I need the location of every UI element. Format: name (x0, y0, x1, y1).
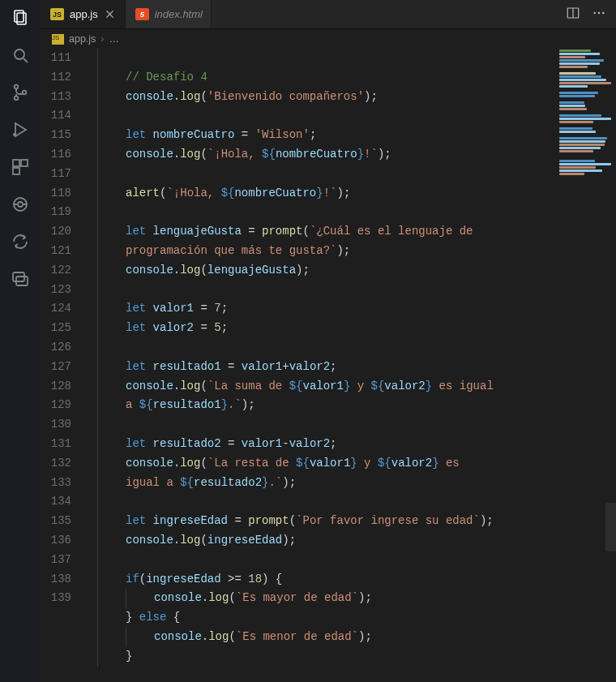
svg-point-4 (15, 85, 19, 89)
scrollbar-thumb[interactable] (605, 503, 616, 551)
code-editor[interactable]: 1111121131141151161171181191201211221231… (41, 49, 616, 682)
split-editor-icon[interactable] (566, 6, 580, 23)
activity-bar (0, 0, 41, 682)
code-line[interactable] (86, 415, 616, 435)
svg-rect-0 (15, 11, 24, 22)
tab-actions (556, 0, 616, 28)
code-line[interactable]: } else { (86, 608, 616, 628)
js-file-icon: JS (50, 8, 64, 20)
code-line[interactable]: let resultado1 = valor1+valor2; (86, 358, 616, 377)
breadcrumb-trail: … (109, 33, 120, 45)
code-line[interactable]: console.log(`Es mayor de edad`); (86, 589, 616, 608)
code-line[interactable]: } (86, 647, 616, 667)
code-line[interactable]: let resultado2 = valor1-valor2; (86, 435, 616, 454)
code-line[interactable] (86, 551, 616, 570)
extensions-icon[interactable] (11, 157, 30, 177)
search-icon[interactable] (11, 45, 30, 65)
js-file-icon: JS (52, 34, 64, 45)
code-line[interactable]: console.log(ingreseEdad); (86, 531, 616, 551)
svg-point-12 (18, 202, 23, 207)
code-line[interactable]: let ingreseEdad = prompt(`Por favor ingr… (86, 512, 616, 531)
code-line[interactable]: console.log('Bienvenido compañeros'); (86, 88, 616, 107)
svg-point-6 (23, 91, 27, 95)
tab-label: index.html (155, 8, 203, 20)
breadcrumb-file: app.js (69, 33, 96, 45)
code-area[interactable]: // Desafio 4 console.log('Bienvenido com… (86, 49, 616, 682)
code-line[interactable]: alert(`¡Hola, ${nombreCuatro}!`); (86, 184, 616, 204)
code-line[interactable] (86, 492, 616, 512)
minimap[interactable] (551, 49, 616, 235)
breadcrumb[interactable]: JS app.js › … (41, 29, 616, 49)
code-line[interactable]: let valor1 = 7; (86, 299, 616, 319)
svg-point-5 (15, 97, 19, 101)
code-line[interactable]: programación que más te gusta?`); (86, 242, 616, 261)
run-debug-icon[interactable] (11, 120, 30, 139)
svg-line-3 (24, 58, 28, 62)
code-line[interactable] (86, 106, 616, 126)
code-line[interactable] (86, 49, 616, 68)
code-line[interactable] (86, 338, 616, 358)
code-line[interactable] (86, 203, 616, 222)
line-gutter: 1111121131141151161171181191201211221231… (41, 49, 86, 682)
html-file-icon: 5 (135, 8, 149, 20)
code-line[interactable]: console.log(`¡Hola, ${nombreCuatro}!`); (86, 145, 616, 165)
gitlens-icon[interactable] (11, 195, 30, 214)
source-control-icon[interactable] (11, 83, 30, 102)
more-icon[interactable] (592, 6, 606, 23)
svg-rect-10 (13, 168, 19, 174)
svg-rect-9 (21, 160, 28, 166)
code-line[interactable]: let lenguajeGusta = prompt(`¿Cuál es el … (86, 222, 616, 242)
svg-point-2 (15, 49, 24, 59)
tab-index-html[interactable]: 5 index.html (126, 0, 212, 28)
code-line[interactable]: console.log(`La suma de ${valor1} y ${va… (86, 377, 616, 397)
code-line[interactable]: let nombreCuatro = 'Wilson'; (86, 126, 616, 145)
code-line[interactable]: a ${resultado1}.`); (86, 396, 616, 415)
code-line[interactable]: console.log(`Es menor de edad`); (86, 628, 616, 647)
tab-label: app.js (70, 8, 98, 20)
code-line[interactable]: console.log(lenguajeGusta); (86, 261, 616, 281)
explorer-icon[interactable] (11, 8, 30, 28)
svg-point-19 (593, 12, 596, 15)
editor-group: JS app.js 5 index.html JS app.js › … 111… (41, 0, 616, 682)
svg-rect-1 (17, 13, 26, 24)
code-line[interactable] (86, 281, 616, 300)
tab-app-js[interactable]: JS app.js (41, 0, 126, 28)
svg-rect-8 (13, 160, 19, 166)
code-line[interactable]: igual a ${resultado2}.`); (86, 474, 616, 493)
code-line[interactable]: console.log(`La resta de ${valor1} y ${v… (86, 454, 616, 474)
code-line[interactable] (86, 165, 616, 184)
live-share-icon[interactable] (11, 232, 30, 251)
code-line[interactable]: let valor2 = 5; (86, 319, 616, 338)
svg-point-20 (598, 12, 601, 15)
svg-point-7 (13, 133, 16, 136)
close-icon[interactable] (104, 8, 117, 21)
tab-bar: JS app.js 5 index.html (41, 0, 616, 29)
svg-point-21 (602, 12, 605, 15)
comments-icon[interactable] (11, 269, 30, 289)
chevron-right-icon: › (101, 33, 104, 45)
code-line[interactable]: // Desafio 4 (86, 68, 616, 88)
code-line[interactable]: if(ingreseEdad >= 18) { (86, 570, 616, 590)
